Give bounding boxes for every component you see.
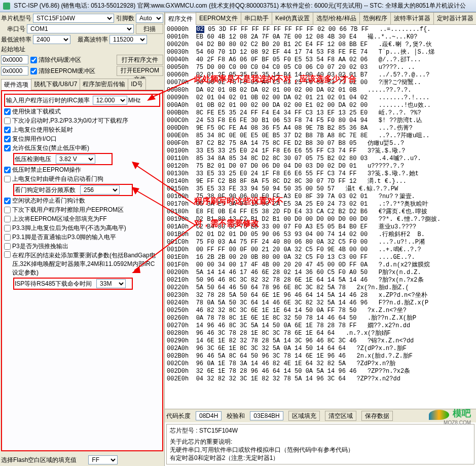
lvd-row: 低压检测电压 3.82 V	[13, 153, 113, 165]
cb-eraseeep[interactable]	[4, 207, 11, 213]
maxbaud-select[interactable]: 115200	[109, 35, 147, 44]
hex-viewer[interactable]: 00000h 02 05 3D FF FF FF FF FF FF FF FF …	[165, 25, 476, 409]
tab-examples[interactable]: 范例程序	[359, 12, 391, 24]
hw-tab-encrypt[interactable]: 程序加密后传输	[80, 79, 128, 90]
maxbaud-label: 最高波特率	[78, 35, 108, 44]
checksum-label: 校验和	[227, 412, 245, 420]
status-box: 芯片型号 : STC15F104W 关于此芯片的重要说明: 无硬件串口,可用软件…	[166, 424, 474, 464]
com-select[interactable]: COM1	[27, 24, 134, 33]
tab-baudrate[interactable]: 波特率计算器	[390, 12, 434, 24]
tab-keil[interactable]: Keil仿真设置	[272, 12, 313, 24]
lbl-fastdl: 使用快速下载模式	[12, 107, 61, 116]
hw-tab-offline[interactable]: 脱机下载/U8/U7	[31, 79, 80, 90]
clear-code-label: 清除代码缓冲区	[39, 56, 81, 64]
title-bar: STC-ISP (V6.86) (销售电话: 0513-55012928) 官网…	[0, 0, 476, 12]
tab-selection[interactable]: 选型/价格/样品	[313, 12, 360, 24]
lbl-coldboot: 下次冷启动时,P3.2/P3.3为0/0才可下载程序	[12, 116, 128, 125]
hw-tabs: 硬件选项 脱机下载/U8/U7 程序加密后传输 ID号	[1, 79, 163, 90]
cb-lvd[interactable]	[4, 145, 11, 151]
clear-eep-label: 清除EEPROM缓冲区	[39, 67, 95, 75]
pin-select[interactable]: Auto	[136, 14, 163, 23]
eep-addr-input[interactable]	[1, 66, 28, 75]
open-eep-file-button[interactable]: 打开EEPROM文件	[117, 66, 163, 76]
cb-push[interactable]	[4, 243, 11, 250]
chip-label: 芯片型号	[170, 427, 194, 434]
lvd-v-select[interactable]: 3.82 V	[56, 154, 95, 164]
cb-p31[interactable]	[4, 234, 11, 241]
irc-row: 输入用户程序运行时的IRC频率 12.000 MHz	[4, 94, 160, 107]
lbl-eraseeep: 下次下载用户程序时擦除用户EEPROM区	[12, 206, 124, 214]
watermark-logo-icon	[429, 410, 449, 420]
open-code-file-button[interactable]: 打开程序文件	[117, 55, 163, 65]
lbl-resetio: 复位脚用作I/O口	[12, 135, 57, 143]
wdt-div-label: 看门狗定时器分频系数	[15, 186, 76, 195]
lbl-wdtauto: 上电复位时由硬件自动启动看门狗	[12, 175, 103, 183]
save-button[interactable]: 保存数据	[361, 411, 393, 421]
flash-fill-select[interactable]: FF	[88, 455, 118, 464]
lbl-addtest: 在程序区的结束处添加重要测试参数(包括BandGap电压,32K掉电唤醒定时器频…	[12, 251, 160, 277]
cb-resetio[interactable]	[4, 136, 11, 142]
scan-button[interactable]: 扫描	[136, 24, 163, 34]
lbl-push: P3是否为强推挽输出	[12, 242, 68, 251]
code-addr-input[interactable]	[1, 55, 28, 64]
checksum-value: 03E84BH	[250, 411, 283, 420]
watermark-url: MOZ8.COM	[429, 420, 471, 425]
fill-button[interactable]: 区域填充	[288, 411, 320, 421]
startaddr-label: 起始地址	[1, 45, 25, 54]
tab-timer[interactable]: 定时器计算器	[433, 12, 476, 24]
lbl-fillff: 上次将EEPROM区域全部填充为FF	[12, 215, 107, 223]
cb-coldboot[interactable]	[4, 118, 11, 124]
lbl-lvdeep: 低压时禁止EEPROM操作	[12, 166, 81, 174]
window-title: STC-ISP (V6.86) (销售电话: 0513-55012928) 官网…	[14, 2, 465, 9]
clear-code-checkbox[interactable]	[30, 57, 37, 63]
pin-label: 引脚数	[116, 14, 134, 23]
cb-fastdl[interactable]	[4, 108, 11, 115]
code-len-label: 代码长度	[166, 412, 191, 420]
right-tabs: 程序文件 EEPROM文件 串口助手 Keil仿真设置 选型/价格/样品 范例程…	[165, 12, 476, 25]
com-label: 串口号	[7, 25, 25, 33]
cb-lvdeep[interactable]	[4, 167, 11, 173]
chip-value: STC15F104W	[199, 427, 238, 434]
watermark-text: 模吧	[453, 408, 471, 418]
irc-freq-select[interactable]: 12.000	[93, 96, 127, 105]
minbaud-label: 最低波特率	[1, 35, 31, 44]
clear-button[interactable]: 清空区域	[325, 411, 356, 421]
lbl-resetlong: 上电复位使用较长延时	[12, 126, 73, 134]
status-l1: 关于此芯片的重要说明:	[170, 438, 471, 446]
hw-tab-options[interactable]: 硬件选项	[1, 79, 31, 90]
app-icon	[3, 3, 10, 10]
lbl-lvd: 允许低压复位(禁止低压中断)	[12, 144, 89, 152]
cb-idlewdt[interactable]	[4, 198, 11, 204]
rs485-select[interactable]: 33M	[96, 279, 126, 288]
code-len-value: 08D4H	[196, 411, 222, 420]
tab-eeprom-file[interactable]: EEPROM文件	[196, 12, 241, 24]
cb-resetlong[interactable]	[4, 127, 11, 133]
cb-addtest[interactable]	[4, 251, 11, 258]
lvd-v-label: 低压检测电压	[15, 155, 51, 164]
rs485-label: ISP等待RS485下载命令时间	[15, 280, 92, 288]
flash-fill-label: 选择Flash空白区域的填充值	[1, 456, 77, 464]
status-l2: 无硬件串口,可用软件串口或软件模拟串口（范例代码中有参考代码）	[170, 446, 471, 454]
lbl-idlewdt: 空闲状态时停止看门狗计数	[12, 197, 85, 205]
watermark: 模吧 MOZ8.COM	[429, 407, 471, 425]
hw-options-panel: 输入用户程序运行时的IRC频率 12.000 MHz 使用快速下载模式 下次冷启…	[1, 90, 163, 451]
status-l3: 有定时器0和定时器2（注意:无定时器1）	[170, 454, 471, 462]
minbaud-select[interactable]: 2400	[33, 35, 70, 44]
clear-eep-checkbox[interactable]	[30, 68, 37, 74]
irc-unit: MHz	[128, 97, 141, 104]
irc-label: 输入用户程序运行时的IRC频率	[6, 96, 90, 105]
wdt-row: 看门狗定时器分频系数 256	[13, 184, 133, 196]
cb-wdtauto[interactable]	[4, 176, 11, 182]
lbl-p33: P3.3脚上电复位后为低电平(不选为高电平)	[12, 224, 126, 232]
left-panel: 单片机型号 STC15F104W 引脚数 Auto 串口号 COM1 扫描 最低…	[0, 12, 165, 466]
right-panel: 程序文件 EEPROM文件 串口助手 Keil仿真设置 选型/价格/样品 范例程…	[165, 12, 476, 466]
rs485-row: ISP等待RS485下载命令时间 33M	[13, 278, 133, 290]
cb-fillff[interactable]	[4, 216, 11, 222]
mcu-select[interactable]: STC15F104W	[33, 14, 114, 23]
tab-uart-helper[interactable]: 串口助手	[241, 12, 272, 24]
mcu-label: 单片机型号	[1, 14, 31, 23]
cb-p33[interactable]	[4, 225, 11, 231]
tab-program-file[interactable]: 程序文件	[165, 13, 196, 25]
wdt-div-select[interactable]: 256	[80, 185, 120, 195]
hw-tab-id[interactable]: ID号	[128, 79, 146, 90]
